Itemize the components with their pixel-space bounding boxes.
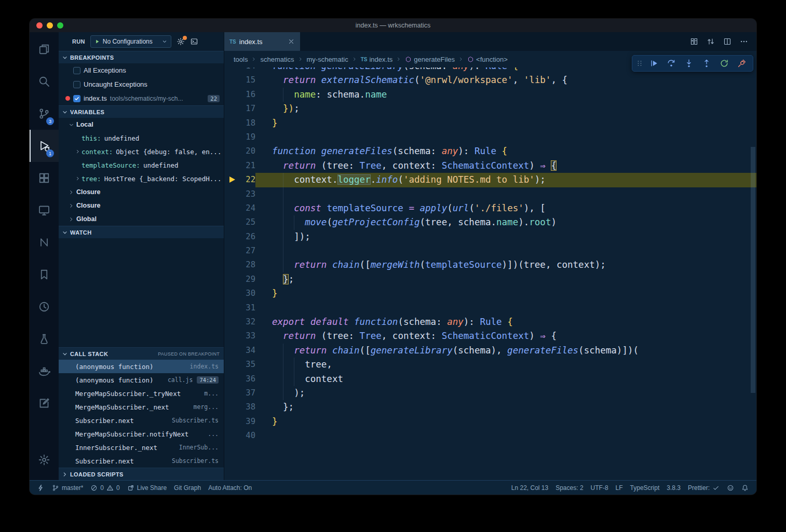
code-line[interactable]: 40 xyxy=(224,429,756,443)
code-line[interactable]: 25 move(getProjectConfig(tree, schema.na… xyxy=(224,215,756,229)
line-number[interactable]: 20 xyxy=(224,144,255,158)
drag-handle-icon[interactable] xyxy=(635,59,644,67)
variable-item[interactable]: this:undefined xyxy=(59,131,224,145)
tab-index-ts[interactable]: TS index.ts xyxy=(224,32,300,51)
remote-indicator[interactable] xyxy=(34,481,48,495)
activity-bookmarks[interactable] xyxy=(30,258,59,291)
line-number[interactable]: 19 xyxy=(224,130,255,144)
code-line[interactable]: 34 return chain([generateLibrary(schema)… xyxy=(224,344,756,358)
line-number[interactable]: 34 xyxy=(224,344,255,358)
code-editor[interactable]: 14function generateLibrary(schema: any):… xyxy=(224,67,756,480)
loaded-scripts-section-header[interactable]: LOADED SCRIPTS xyxy=(59,468,224,480)
line-number[interactable]: 16 xyxy=(224,88,255,102)
activity-source-control[interactable]: 3 xyxy=(30,98,59,130)
activity-nx-console[interactable] xyxy=(30,226,59,258)
step-over-button[interactable] xyxy=(663,56,679,71)
code-line[interactable]: 16 name: schema.name xyxy=(224,88,756,102)
code-line[interactable]: 27 xyxy=(224,244,756,258)
indentation[interactable]: Spaces: 2 xyxy=(552,481,587,495)
code-line[interactable]: 32export default function(schema: any): … xyxy=(224,315,756,329)
close-tab-icon[interactable] xyxy=(288,38,295,45)
activity-explorer[interactable] xyxy=(30,33,59,65)
line-number[interactable]: 38 xyxy=(224,400,255,414)
activity-remote-explorer[interactable] xyxy=(30,194,59,226)
code-line[interactable]: 37 ); xyxy=(224,386,756,400)
line-number[interactable]: 30 xyxy=(224,287,255,301)
close-window-button[interactable] xyxy=(36,22,43,29)
continue-button[interactable] xyxy=(646,56,661,71)
breadcrumb-item[interactable]: TSindex.ts xyxy=(361,56,393,63)
line-number[interactable]: 26 xyxy=(224,230,255,244)
code-line[interactable]: 18} xyxy=(224,116,756,130)
code-line[interactable]: 26 ]); xyxy=(224,230,756,244)
line-number[interactable]: 28 xyxy=(224,258,255,272)
line-number[interactable]: 15 xyxy=(224,73,255,87)
breadcrumb-item[interactable]: schematics xyxy=(260,56,294,63)
breadcrumb-item[interactable]: <function> xyxy=(467,56,508,63)
debug-configuration-dropdown[interactable]: No Configurations xyxy=(90,35,171,48)
debug-console-button[interactable] xyxy=(190,37,198,46)
code-line[interactable]: 20function generateFiles(schema: any): R… xyxy=(224,144,756,158)
disconnect-button[interactable] xyxy=(734,56,750,71)
watch-section-header[interactable]: WATCH xyxy=(59,226,224,238)
code-line[interactable]: 38 }; xyxy=(224,400,756,414)
line-number[interactable]: 21 xyxy=(224,159,255,173)
line-number[interactable]: 39 xyxy=(224,415,255,429)
call-stack-section-header[interactable]: CALL STACK PAUSED ON BREAKPOINT xyxy=(59,347,224,360)
line-number[interactable]: 35 xyxy=(224,358,255,372)
activity-search[interactable] xyxy=(30,65,59,98)
live-share[interactable]: Live Share xyxy=(124,481,170,495)
code-line[interactable]: 33 return (tree: Tree, context: Schemati… xyxy=(224,329,756,343)
activity-settings[interactable] xyxy=(30,444,59,476)
code-line[interactable]: 31 xyxy=(224,301,756,315)
open-changes-button[interactable] xyxy=(690,37,698,46)
code-line[interactable]: 23 xyxy=(224,187,756,201)
call-stack-frame[interactable]: (anonymous function)index.ts xyxy=(59,360,224,373)
breakpoints-section-header[interactable]: BREAKPOINTS xyxy=(59,51,224,63)
call-stack-frame[interactable]: InnerSubscriber._nextInnerSub... xyxy=(59,441,224,454)
call-stack-frame[interactable]: Subscriber.nextSubscriber.ts xyxy=(59,414,224,427)
notifications[interactable] xyxy=(738,481,752,495)
restart-button[interactable] xyxy=(716,56,732,71)
variable-item[interactable]: tree:HostTree {_backend: ScopedH... xyxy=(59,172,224,185)
code-line[interactable]: 24 const templateSource = apply(url('./f… xyxy=(224,201,756,215)
line-number[interactable]: 37 xyxy=(224,386,255,400)
line-number[interactable]: 40 xyxy=(224,429,255,443)
checkbox[interactable] xyxy=(73,95,80,102)
line-number[interactable]: 29 xyxy=(224,272,255,287)
step-into-button[interactable] xyxy=(681,56,697,71)
line-number[interactable]: 33 xyxy=(224,329,255,343)
more-actions-button[interactable] xyxy=(740,37,748,46)
language-mode[interactable]: TypeScript xyxy=(627,481,663,495)
checkbox[interactable] xyxy=(73,67,80,74)
eol[interactable]: LF xyxy=(612,481,627,495)
code-line[interactable]: 21 return (tree: Tree, context: Schemati… xyxy=(224,159,756,173)
code-line[interactable]: 29 }; xyxy=(224,272,756,287)
code-line[interactable]: 35 tree, xyxy=(224,358,756,372)
step-out-button[interactable] xyxy=(699,56,714,71)
breakpoint-item[interactable]: Uncaught Exceptions xyxy=(59,77,224,91)
typescript-version[interactable]: 3.8.3 xyxy=(663,481,684,495)
zoom-window-button[interactable] xyxy=(57,22,63,29)
line-number[interactable]: 14 xyxy=(224,67,255,73)
cursor-position[interactable]: Ln 22, Col 13 xyxy=(508,481,552,495)
git-branch[interactable]: master* xyxy=(48,481,87,495)
line-number[interactable]: 17 xyxy=(224,102,255,116)
activity-docker[interactable] xyxy=(30,355,59,387)
checkbox[interactable] xyxy=(73,81,80,88)
breadcrumb-item[interactable]: my-schematic xyxy=(307,56,348,63)
title-bar[interactable]: index.ts — wrkschematics xyxy=(30,19,756,32)
line-number[interactable]: 32 xyxy=(224,315,255,329)
variables-scope[interactable]: Global xyxy=(59,212,224,226)
line-number[interactable]: 23 xyxy=(224,187,255,201)
split-editor-button[interactable] xyxy=(723,37,731,46)
code-line[interactable]: 17 }); xyxy=(224,102,756,116)
minimize-window-button[interactable] xyxy=(47,22,53,29)
variables-scope[interactable]: Local xyxy=(59,118,224,131)
call-stack-frame[interactable]: MergeMapSubscriber.notifyNext... xyxy=(59,427,224,441)
code-line[interactable]: 15 return externalSchematic('@nrwl/works… xyxy=(224,73,756,87)
code-line[interactable]: 39} xyxy=(224,415,756,429)
line-number[interactable]: 24 xyxy=(224,201,255,215)
variables-section-header[interactable]: VARIABLES xyxy=(59,105,224,118)
prettier[interactable]: Prettier: xyxy=(684,481,723,495)
